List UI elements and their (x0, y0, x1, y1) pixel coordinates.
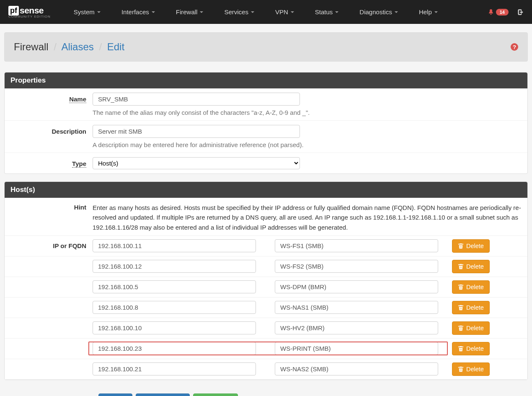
trash-icon (458, 346, 464, 352)
breadcrumb: Firewall / Aliases / Edit (14, 41, 124, 53)
trash-icon (458, 305, 464, 311)
delete-button[interactable]: Delete (452, 321, 490, 335)
breadcrumb-edit[interactable]: Edit (107, 41, 124, 52)
delete-button[interactable]: Delete (452, 342, 490, 355)
delete-button[interactable]: Delete (452, 260, 490, 273)
properties-heading: Properties (5, 72, 527, 88)
host-desc-input[interactable] (275, 239, 438, 252)
description-help: A description may be entered here for ad… (93, 141, 519, 148)
name-label: Name (69, 96, 86, 103)
host-row: Delete (5, 359, 527, 380)
button-row: Save Export to file Add Host (4, 388, 528, 396)
host-ip-input[interactable] (93, 260, 256, 273)
logo-pf: pf (8, 6, 19, 16)
description-label: Description (52, 128, 86, 135)
logo-sense: sense (20, 5, 44, 16)
trash-icon (458, 325, 464, 331)
add-host-button[interactable]: Add Host (193, 393, 238, 396)
host-row: IP or FQDNDelete (5, 236, 527, 256)
navbar: pf sense COMMUNITY EDITION SystemInterfa… (0, 0, 532, 24)
host-desc-input[interactable] (275, 301, 438, 314)
host-row: Delete (5, 277, 527, 298)
bell-icon (488, 9, 494, 16)
svg-text:?: ? (513, 44, 516, 50)
delete-button[interactable]: Delete (452, 239, 490, 253)
nav-item-vpn[interactable]: VPN (265, 8, 305, 16)
host-desc-input[interactable] (275, 321, 438, 334)
trash-icon (458, 243, 464, 249)
save-button[interactable]: Save (98, 393, 132, 396)
hosts-heading: Host(s) (5, 182, 527, 198)
nav-item-help[interactable]: Help (408, 8, 448, 16)
notification-badge: 14 (496, 9, 509, 16)
logo-subtitle: COMMUNITY EDITION (8, 15, 51, 18)
nav-item-interfaces[interactable]: Interfaces (111, 8, 165, 16)
type-label: Type (72, 160, 86, 168)
host-row: Delete (5, 318, 527, 339)
host-row: Delete (5, 339, 527, 359)
logout-icon[interactable] (516, 8, 524, 16)
host-ip-input[interactable] (93, 280, 256, 293)
host-ip-input[interactable] (93, 342, 256, 355)
host-desc-input[interactable] (275, 280, 438, 293)
chevron-down-icon (395, 11, 398, 13)
trash-icon (458, 366, 464, 372)
chevron-down-icon (291, 11, 294, 13)
properties-panel: Properties Name The name of the alias ma… (4, 72, 528, 174)
host-ip-input[interactable] (93, 301, 256, 314)
nav-item-firewall[interactable]: Firewall (165, 8, 214, 16)
hint-text: Enter as many hosts as desired. Hosts mu… (93, 203, 527, 232)
nav-item-services[interactable]: Services (214, 8, 265, 16)
type-select[interactable]: Host(s) (93, 157, 300, 169)
nav-menu: SystemInterfacesFirewallServicesVPNStatu… (63, 8, 488, 16)
delete-button[interactable]: Delete (452, 301, 490, 314)
export-button[interactable]: Export to file (136, 393, 190, 396)
nav-item-system[interactable]: System (63, 8, 111, 16)
host-desc-input[interactable] (275, 362, 438, 375)
host-desc-input[interactable] (275, 342, 438, 355)
nav-item-status[interactable]: Status (305, 8, 349, 16)
description-input[interactable] (93, 125, 300, 138)
chevron-down-icon (251, 11, 254, 13)
chevron-down-icon (434, 11, 438, 13)
trash-icon (458, 264, 464, 269)
chevron-down-icon (335, 11, 338, 13)
chevron-down-icon (97, 11, 101, 13)
host-desc-input[interactable] (275, 260, 438, 273)
ip-fqdn-label: IP or FQDN (5, 242, 93, 249)
chevron-down-icon (200, 11, 203, 13)
host-row: Delete (5, 298, 527, 318)
nav-item-diagnostics[interactable]: Diagnostics (349, 8, 408, 16)
chevron-down-icon (152, 11, 155, 13)
delete-button[interactable]: Delete (452, 280, 490, 294)
breadcrumb-aliases[interactable]: Aliases (61, 41, 93, 52)
hint-label: Hint (5, 203, 93, 232)
trash-icon (458, 284, 464, 290)
name-input[interactable] (93, 93, 300, 106)
host-ip-input[interactable] (93, 321, 256, 334)
breadcrumb-panel: Firewall / Aliases / Edit ? (4, 32, 528, 62)
breadcrumb-root: Firewall (14, 41, 49, 52)
host-ip-input[interactable] (93, 362, 256, 375)
delete-button[interactable]: Delete (452, 362, 490, 376)
notifications[interactable]: 14 (488, 9, 509, 16)
brand-logo[interactable]: pf sense COMMUNITY EDITION (8, 5, 51, 18)
hosts-panel: Host(s) Hint Enter as many hosts as desi… (4, 181, 528, 380)
name-help: The name of the alias may only consist o… (93, 109, 519, 116)
host-ip-input[interactable] (93, 239, 256, 252)
help-icon[interactable]: ? (511, 43, 518, 51)
host-row: Delete (5, 256, 527, 277)
